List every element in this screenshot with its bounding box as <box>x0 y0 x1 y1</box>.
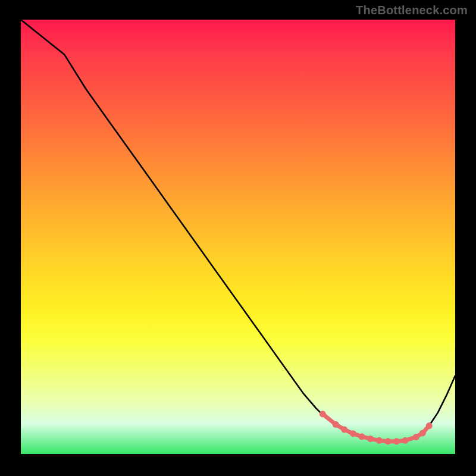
marker-dot <box>376 437 383 444</box>
marker-dot <box>333 421 339 428</box>
marker-dot <box>367 436 374 442</box>
main-curve <box>21 20 455 442</box>
marker-dot <box>384 438 391 444</box>
chart-frame: TheBottleneck.com <box>0 0 476 476</box>
marker-group <box>320 411 433 444</box>
marker-dot <box>413 434 419 440</box>
marker-dot <box>402 437 409 444</box>
marker-dot <box>426 422 433 429</box>
marker-dot <box>341 427 347 433</box>
curve-layer <box>21 20 455 454</box>
marker-dot <box>359 433 365 440</box>
watermark-text: TheBottleneck.com <box>356 4 468 17</box>
marker-dot <box>350 430 356 437</box>
marker-dot <box>320 411 326 417</box>
marker-dot <box>419 430 426 436</box>
plot-area <box>21 20 455 454</box>
marker-dot <box>393 438 400 444</box>
